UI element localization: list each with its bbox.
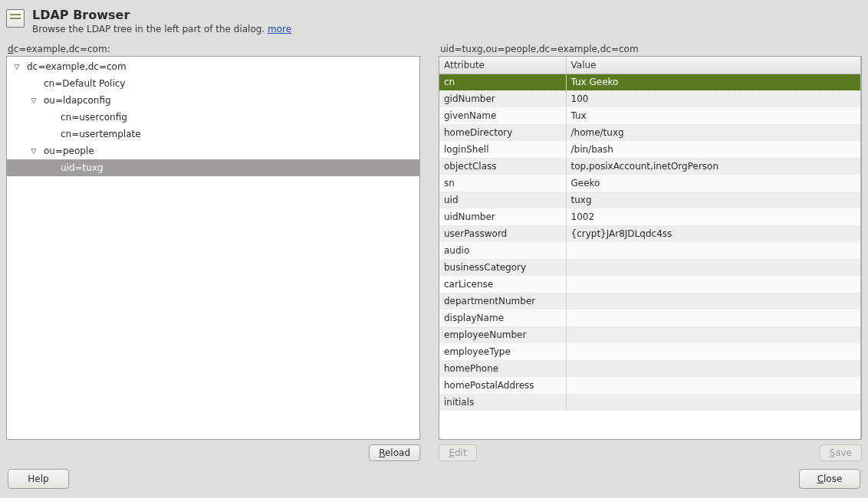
tree-item-label: cn=Default Policy	[44, 78, 125, 89]
attribute-pane: uid=tuxg,ou=people,dc=example,dc=com Att…	[439, 41, 862, 461]
attribute-name-cell: gidNumber	[439, 90, 566, 107]
dialog-subtitle-text: Browse the LDAP tree in the left part of…	[32, 24, 268, 34]
attribute-value-cell	[566, 259, 860, 276]
attribute-value-cell	[566, 360, 860, 377]
attribute-row[interactable]: employeeType	[439, 343, 860, 360]
tree-item[interactable]: ▽ou=people	[7, 143, 419, 159]
expander-open-icon[interactable]: ▽	[12, 63, 22, 70]
tree-item-label: uid=tuxg	[61, 162, 104, 173]
attribute-value-cell	[566, 326, 860, 343]
attribute-row[interactable]: displayName	[439, 310, 860, 326]
tree-label: dc=example,dc=com:	[6, 41, 420, 56]
attribute-table[interactable]: Attribute Value cnTux GeekogidNumber100g…	[439, 57, 860, 411]
close-button[interactable]: Close	[799, 469, 860, 489]
attribute-name-cell: givenName	[439, 107, 566, 124]
attribute-row[interactable]: snGeeko	[439, 175, 860, 192]
attribute-row[interactable]: objectClasstop,posixAccount,inetOrgPerso…	[439, 158, 860, 175]
tree-item-label: cn=usertemplate	[61, 129, 141, 139]
attribute-header-row: Attribute Value	[439, 57, 860, 74]
reload-label: eload	[385, 447, 410, 458]
main-split: dc=example,dc=com: ▽dc=example,dc=com▽cn…	[5, 41, 863, 461]
attribute-row[interactable]: uidtuxg	[439, 192, 860, 208]
attribute-name-cell: uidNumber	[439, 208, 566, 225]
attribute-value-cell	[566, 394, 860, 411]
attribute-value-cell	[566, 343, 860, 360]
attribute-name-cell: businessCategory	[439, 259, 566, 276]
col-header-attribute[interactable]: Attribute	[439, 57, 566, 74]
attribute-row[interactable]: givenNameTux	[439, 107, 860, 124]
attribute-name-cell: objectClass	[439, 158, 566, 175]
attribute-row[interactable]: cnTux Geeko	[439, 74, 860, 90]
attribute-name-cell: employeeNumber	[439, 326, 566, 343]
attribute-name-cell: departmentNumber	[439, 293, 566, 310]
attribute-value-cell: /home/tuxg	[566, 124, 860, 141]
expander-open-icon[interactable]: ▽	[28, 97, 39, 104]
attribute-table-scroll[interactable]: Attribute Value cnTux GeekogidNumber100g…	[439, 57, 860, 439]
attribute-row[interactable]: userPassword{crypt}JAr8JDLqdc4ss	[439, 225, 860, 242]
attribute-row[interactable]: homePhone	[439, 360, 860, 377]
attribute-name-cell: uid	[439, 192, 566, 208]
attribute-value-cell	[566, 377, 860, 394]
dialog-subtitle: Browse the LDAP tree in the left part of…	[32, 24, 291, 34]
attribute-row[interactable]: uidNumber1002	[439, 208, 860, 225]
attribute-row[interactable]: employeeNumber	[439, 326, 860, 343]
ldap-browser-window: LDAP Browser Browse the LDAP tree in the…	[0, 0, 868, 498]
attribute-row[interactable]: initials	[439, 394, 860, 411]
dialog-title: LDAP Browser	[32, 8, 291, 22]
edit-button: Edit	[439, 444, 477, 461]
attribute-row[interactable]: homePostalAddress	[439, 377, 860, 394]
more-link[interactable]: more	[268, 24, 291, 34]
attribute-name-cell: audio	[439, 242, 566, 259]
tree-label-accel: d	[8, 44, 14, 54]
attribute-name-cell: initials	[439, 394, 566, 411]
tree-item-label: ou=ldapconfig	[44, 95, 111, 106]
attribute-value-cell: Tux	[566, 107, 860, 124]
attribute-name-cell: homePostalAddress	[439, 377, 566, 394]
tree-item[interactable]: ▽cn=Default Policy	[7, 75, 419, 92]
col-header-value[interactable]: Value	[566, 57, 860, 74]
attribute-value-cell: 100	[566, 90, 860, 107]
attribute-row[interactable]: departmentNumber	[439, 293, 860, 310]
reload-button[interactable]: Reload	[369, 444, 420, 461]
tree-label-text: c=example,dc=com:	[14, 44, 110, 54]
attribute-name-cell: sn	[439, 175, 566, 192]
attribute-value-cell: top,posixAccount,inetOrgPerson	[566, 158, 860, 175]
attribute-row[interactable]: homeDirectory/home/tuxg	[439, 124, 860, 141]
reload-accel: R	[379, 447, 385, 458]
attribute-row[interactable]: loginShell/bin/bash	[439, 141, 860, 158]
scrollbar[interactable]	[860, 57, 861, 439]
tree-item-label: dc=example,dc=com	[27, 61, 127, 72]
attribute-value-cell: tuxg	[566, 192, 860, 208]
tree-pane: dc=example,dc=com: ▽dc=example,dc=com▽cn…	[6, 41, 420, 461]
attribute-row[interactable]: audio	[439, 242, 860, 259]
edit-accel: E	[449, 447, 455, 458]
attribute-row[interactable]: businessCategory	[439, 259, 860, 276]
attribute-value-cell: {crypt}JAr8JDLqdc4ss	[566, 225, 860, 242]
expander-open-icon[interactable]: ▽	[28, 147, 39, 155]
tree-item[interactable]: ▽dc=example,dc=com	[7, 58, 419, 75]
tree-item[interactable]: ▽cn=userconfig	[7, 109, 419, 126]
edit-label: dit	[455, 447, 467, 458]
close-label: lose	[824, 473, 842, 484]
dialog-header: LDAP Browser Browse the LDAP tree in the…	[5, 5, 863, 41]
help-button[interactable]: Help	[8, 469, 69, 489]
attribute-footer: Edit Save	[439, 440, 862, 461]
attribute-name-cell: carLicense	[439, 276, 566, 293]
tree-footer: Reload	[6, 440, 420, 461]
entry-dn-label: uid=tuxg,ou=people,dc=example,dc=com	[439, 41, 862, 56]
attribute-value-cell: /bin/bash	[566, 141, 860, 158]
bottom-bar: Help Close	[5, 461, 863, 492]
attribute-value-cell	[566, 293, 860, 310]
tree-item[interactable]: ▽cn=usertemplate	[7, 126, 419, 143]
attribute-row[interactable]: carLicense	[439, 276, 860, 293]
save-button: Save	[820, 444, 862, 461]
attribute-row[interactable]: gidNumber100	[439, 90, 860, 107]
ldap-tree[interactable]: ▽dc=example,dc=com▽cn=Default Policy▽ou=…	[6, 56, 420, 440]
attribute-value-cell	[566, 310, 860, 326]
tree-item[interactable]: ▽ou=ldapconfig	[7, 92, 419, 109]
attribute-table-frame: Attribute Value cnTux GeekogidNumber100g…	[439, 56, 862, 440]
attribute-value-cell: Tux Geeko	[566, 74, 860, 90]
attribute-name-cell: userPassword	[439, 225, 566, 242]
save-accel: S	[830, 447, 836, 458]
tree-item[interactable]: ▽uid=tuxg	[7, 159, 419, 176]
